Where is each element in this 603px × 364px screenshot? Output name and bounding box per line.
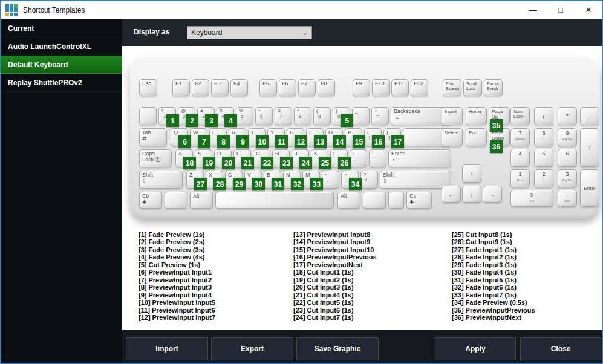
maximize-button[interactable]: □ xyxy=(547,1,575,19)
key-f7[interactable]: F7 xyxy=(298,79,316,96)
shortcut-badge-7: 7 xyxy=(198,135,210,148)
shortcut-list-item: [17] PreviewInputNext xyxy=(293,261,377,268)
key-f12[interactable]: F12 xyxy=(411,79,428,96)
key-f4[interactable]: F4 xyxy=(230,79,248,96)
key-←[interactable]: ← xyxy=(442,186,461,203)
key-↓[interactable]: ↓ xyxy=(462,186,481,203)
key-=[interactable]: += xyxy=(371,107,389,125)
key-delete[interactable]: Delete xyxy=(442,128,463,146)
key-f6[interactable]: F6 xyxy=(279,79,296,96)
key-esc[interactable]: Esc xyxy=(139,79,157,96)
key--[interactable]: _- xyxy=(352,107,370,125)
sidebar-item-replay-shuttleprov2[interactable]: Replay ShuttlePROv2 xyxy=(1,74,122,92)
shortcut-badge-26: 26 xyxy=(338,157,351,169)
key-blank[interactable] xyxy=(388,192,404,209)
key-f10[interactable]: F10 xyxy=(372,79,390,96)
shortcut-list-item: [1] Fade Preview (1s) xyxy=(139,231,215,238)
key-4[interactable]: 4← xyxy=(510,149,530,167)
apply-button[interactable]: Apply xyxy=(435,337,516,360)
key-f8[interactable]: F8 xyxy=(318,79,335,96)
key-9[interactable]: (9 xyxy=(313,107,331,125)
shortcut-list-column-3: [25] Cut Input8 (1s)[26] Cut Input9 (1s)… xyxy=(452,231,535,321)
key-7[interactable]: &7 xyxy=(275,107,292,125)
key-5[interactable]: 5 xyxy=(534,149,553,167)
key-insert[interactable]: Insert xyxy=(442,107,463,125)
key-0[interactable]: 0Ins xyxy=(510,190,553,207)
key-end[interactable]: End xyxy=(466,128,487,146)
key-/[interactable]: / xyxy=(534,107,553,125)
key-f3[interactable]: F3 xyxy=(211,79,229,96)
key-caps[interactable]: CapsLock Ⓐ xyxy=(139,149,172,167)
key-+[interactable]: + xyxy=(580,128,599,167)
shortcut-list-item: [29] Fade Input3 (1s) xyxy=(452,261,535,268)
sidebar-item-audio-launchcontrolxl[interactable]: Audio LaunchControlXL xyxy=(1,37,122,56)
shortcut-badge-16: 16 xyxy=(372,135,385,148)
shortcut-list-item: [7] PreviewInput Input2 xyxy=(139,276,215,284)
key-*[interactable]: * xyxy=(558,107,577,125)
key-pause[interactable]: PauseBreak xyxy=(484,79,503,96)
key--[interactable]: - xyxy=(580,107,599,125)
key-f9[interactable]: F9 xyxy=(353,79,370,96)
sidebar-item-default-keyboard[interactable]: Default Keyboard xyxy=(1,56,122,74)
key-2[interactable]: 2↓ xyxy=(534,169,553,187)
key-print[interactable]: PrintScreen xyxy=(443,79,461,96)
shortcut-list-item: [30] Fade Input4 (1s) xyxy=(452,268,535,276)
export-button[interactable]: Export xyxy=(211,337,293,360)
shortcut-list-item: [26] Cut Input9 (1s) xyxy=(452,238,535,245)
key-`[interactable]: ~` xyxy=(139,107,157,125)
sidebar-item-current[interactable]: Current xyxy=(1,19,122,37)
key-8[interactable]: 8↑ xyxy=(534,128,553,146)
key-↑[interactable]: ↑ xyxy=(462,164,481,183)
key-scroll[interactable]: ScrollLock xyxy=(463,79,482,96)
shortcut-badge-32: 32 xyxy=(291,178,304,190)
key-→[interactable]: → xyxy=(483,186,502,203)
import-button[interactable]: Import xyxy=(126,337,208,360)
key-3[interactable]: 3Pg Dn xyxy=(558,169,577,187)
key-7[interactable]: 7Home xyxy=(510,128,530,146)
key-enter[interactable]: Enter↵ xyxy=(388,149,451,167)
key-8[interactable]: *8 xyxy=(294,107,311,125)
close-button[interactable]: Close xyxy=(520,337,601,360)
key-enter[interactable]: Enter xyxy=(580,169,599,207)
key-f1[interactable]: F1 xyxy=(172,79,190,96)
close-icon[interactable]: ✕ xyxy=(575,1,602,19)
footer-bar: Import Export Save Graphic Apply Close xyxy=(122,330,603,363)
shortcut-badge-29: 29 xyxy=(233,178,246,190)
window-title: Shortcut Templates xyxy=(23,6,85,15)
key-9[interactable]: 9Pg Up xyxy=(558,128,577,146)
key-blank[interactable] xyxy=(363,192,386,209)
display-as-bar: Display as Keyboard ⌄ xyxy=(122,19,603,46)
key-shift[interactable]: Shift⇧ xyxy=(139,171,183,189)
key-ctr[interactable]: Ctr✱ xyxy=(406,192,432,209)
key-6[interactable]: 6→ xyxy=(558,149,577,167)
shortcut-list-item: [21] Cut Input4 (1s) xyxy=(293,291,377,299)
key-alt[interactable]: Alt xyxy=(337,192,360,209)
key-alt[interactable]: Alt xyxy=(190,192,213,209)
key-num[interactable]: NumLock ◦ xyxy=(510,107,530,125)
key-/[interactable]: ?/ xyxy=(360,171,378,189)
key-,[interactable]: <, xyxy=(322,171,339,189)
key-home[interactable]: Home xyxy=(466,107,487,125)
key-blank[interactable] xyxy=(215,192,334,209)
key-ctr[interactable]: Ctr✱ xyxy=(139,192,162,209)
key-f11[interactable]: F11 xyxy=(391,79,409,96)
shortcut-list-item: [19] Cut Input2 (1s) xyxy=(293,276,377,284)
key-blank[interactable] xyxy=(165,192,187,209)
shortcut-badge-12: 12 xyxy=(295,135,307,148)
save-graphic-button[interactable]: Save Graphic xyxy=(296,337,379,360)
key-1[interactable]: 1End xyxy=(510,169,530,187)
key-5[interactable]: %5 xyxy=(236,107,253,125)
key-shift[interactable]: Shift⇧ xyxy=(380,171,451,189)
display-as-dropdown[interactable]: Keyboard ⌄ xyxy=(187,26,312,39)
app-icon xyxy=(5,4,18,16)
key-tab[interactable]: Tab⇄ xyxy=(139,128,167,146)
key-f5[interactable]: F5 xyxy=(259,79,277,96)
shortcut-list-item: [12] PreviewInput Input7 xyxy=(139,314,215,321)
minimize-button[interactable]: — xyxy=(519,1,547,19)
key-'[interactable]: "' xyxy=(369,149,386,167)
key-f2[interactable]: F2 xyxy=(192,79,209,96)
key-.[interactable]: .Del xyxy=(558,190,577,207)
key-6[interactable]: ^6 xyxy=(255,107,273,125)
shortcut-list-item: [3] Fade Preview (3s) xyxy=(139,246,215,253)
key-;[interactable]: :; xyxy=(350,149,367,167)
